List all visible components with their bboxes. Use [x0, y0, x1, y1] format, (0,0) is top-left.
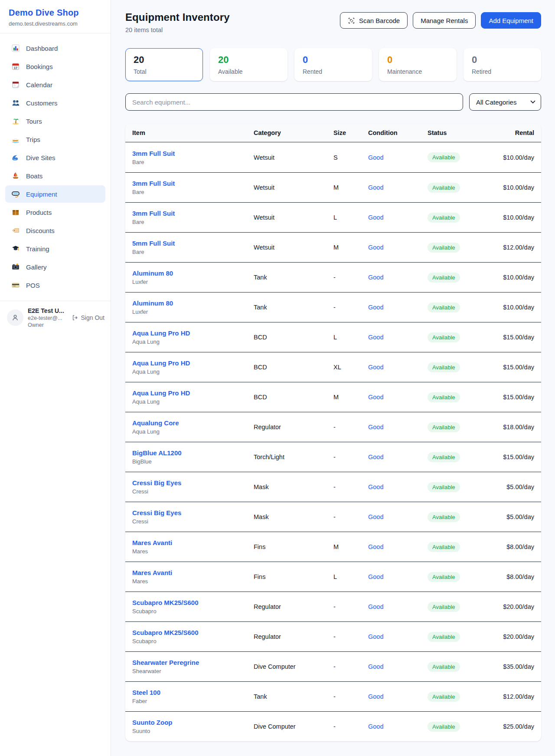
- sidebar-item-boats[interactable]: Boats: [5, 167, 105, 184]
- search-input[interactable]: [125, 93, 463, 111]
- stat-card-available[interactable]: 20Available: [210, 48, 287, 81]
- item-link[interactable]: Cressi Big Eyes: [132, 509, 181, 516]
- condition-link[interactable]: Good: [368, 633, 383, 640]
- user-name: E2E Test U...: [28, 307, 67, 314]
- condition-link[interactable]: Good: [368, 364, 383, 371]
- size-cell: -: [333, 274, 368, 281]
- condition-link[interactable]: Good: [368, 274, 383, 281]
- table-row: Steel 100FaberTank-GoodAvailable$12.00/d…: [125, 681, 541, 711]
- item-link[interactable]: Mares Avanti: [132, 569, 172, 576]
- table-row: 3mm Full SuitBareWetsuitSGoodAvailable$1…: [125, 142, 541, 172]
- item-brand: Faber: [132, 698, 254, 704]
- rental-price: $5.00/day: [497, 483, 534, 490]
- item-link[interactable]: Aqua Lung Pro HD: [132, 389, 190, 397]
- sidebar-item-label: Dive Sites: [26, 154, 56, 161]
- stat-label: Total: [134, 68, 195, 75]
- size-cell: M: [333, 244, 368, 251]
- sidebar-item-customers[interactable]: Customers: [5, 94, 105, 112]
- stat-card-maintenance[interactable]: 0Maintenance: [379, 48, 457, 81]
- size-cell: -: [333, 633, 368, 640]
- condition-link[interactable]: Good: [368, 483, 383, 490]
- sidebar-item-label: Boats: [26, 172, 42, 180]
- rental-price: $12.00/day: [497, 693, 534, 700]
- sidebar-item-bookings[interactable]: 17Bookings: [5, 58, 105, 75]
- table-row: Aqua Lung Pro HDAqua LungBCDLGoodAvailab…: [125, 322, 541, 352]
- dive-sites-wave-icon: [11, 153, 20, 162]
- item-link[interactable]: Aqualung Core: [132, 419, 179, 427]
- item-link[interactable]: 3mm Full Suit: [132, 180, 175, 187]
- condition-link[interactable]: Good: [368, 154, 383, 161]
- item-link[interactable]: Scubapro MK25/S600: [132, 599, 199, 606]
- sidebar-item-gallery[interactable]: Gallery: [5, 258, 105, 276]
- item-link[interactable]: Aqua Lung Pro HD: [132, 329, 190, 337]
- item-link[interactable]: Steel 100: [132, 689, 160, 696]
- condition-link[interactable]: Good: [368, 214, 383, 221]
- condition-link[interactable]: Good: [368, 394, 383, 401]
- item-brand: Luxfer: [132, 309, 254, 315]
- stat-label: Retired: [472, 68, 533, 75]
- item-link[interactable]: Mares Avanti: [132, 539, 172, 546]
- sidebar-item-trips[interactable]: Trips: [5, 131, 105, 148]
- rental-price: $25.00/day: [497, 723, 534, 730]
- table-row: 3mm Full SuitBareWetsuitLGoodAvailable$1…: [125, 202, 541, 232]
- user-role: Owner: [28, 322, 67, 328]
- tours-island-icon: [11, 117, 20, 125]
- size-cell: M: [333, 394, 368, 401]
- sidebar-item-dive-sites[interactable]: Dive Sites: [5, 149, 105, 166]
- item-link[interactable]: Cressi Big Eyes: [132, 479, 181, 486]
- rental-price: $15.00/day: [497, 334, 534, 341]
- dashboard-chart-icon: [11, 44, 20, 53]
- condition-link[interactable]: Good: [368, 603, 383, 610]
- category-cell: Tank: [254, 274, 333, 281]
- item-link[interactable]: Aluminum 80: [132, 270, 173, 277]
- sidebar-item-discounts[interactable]: Discounts: [5, 222, 105, 239]
- add-equipment-button[interactable]: Add Equipment: [481, 12, 541, 29]
- condition-link[interactable]: Good: [368, 244, 383, 251]
- condition-link[interactable]: Good: [368, 543, 383, 550]
- column-header-condition: Condition: [368, 129, 428, 136]
- scan-barcode-button[interactable]: Scan Barcode: [340, 12, 408, 29]
- sidebar-item-training[interactable]: Training: [5, 240, 105, 257]
- condition-link[interactable]: Good: [368, 304, 383, 311]
- item-link[interactable]: 3mm Full Suit: [132, 210, 175, 217]
- item-link[interactable]: 3mm Full Suit: [132, 150, 175, 157]
- item-link[interactable]: Suunto Zoop: [132, 719, 172, 726]
- condition-link[interactable]: Good: [368, 513, 383, 520]
- status-badge: Available: [428, 692, 460, 702]
- user-box: E2E Test U... e2e-tester@... Owner Sign …: [0, 301, 111, 334]
- item-link[interactable]: Aqua Lung Pro HD: [132, 359, 190, 367]
- sidebar-item-products[interactable]: Products: [5, 204, 105, 221]
- condition-link[interactable]: Good: [368, 334, 383, 341]
- condition-link[interactable]: Good: [368, 184, 383, 191]
- condition-link[interactable]: Good: [368, 693, 383, 700]
- stat-card-total[interactable]: 20Total: [125, 48, 203, 81]
- item-link[interactable]: Shearwater Peregrine: [132, 659, 199, 666]
- table-row: Cressi Big EyesCressiMask-GoodAvailable$…: [125, 502, 541, 532]
- manage-rentals-button[interactable]: Manage Rentals: [413, 12, 476, 29]
- sidebar-item-dashboard[interactable]: Dashboard: [5, 39, 105, 57]
- sidebar-item-tours[interactable]: Tours: [5, 112, 105, 130]
- rental-price: $8.00/day: [497, 543, 534, 550]
- item-link[interactable]: 5mm Full Suit: [132, 240, 175, 247]
- condition-link[interactable]: Good: [368, 424, 383, 431]
- stat-card-rented[interactable]: 0Rented: [294, 48, 372, 81]
- item-link[interactable]: Scubapro MK25/S600: [132, 629, 199, 636]
- item-link[interactable]: BigBlue AL1200: [132, 449, 182, 457]
- sign-out-button[interactable]: Sign Out: [72, 314, 104, 321]
- item-brand: Suunto: [132, 728, 254, 734]
- condition-link[interactable]: Good: [368, 723, 383, 730]
- stat-card-retired[interactable]: 0Retired: [464, 48, 541, 81]
- rental-price: $35.00/day: [497, 663, 534, 670]
- item-link[interactable]: Aluminum 80: [132, 299, 173, 307]
- condition-link[interactable]: Good: [368, 663, 383, 670]
- condition-link[interactable]: Good: [368, 573, 383, 580]
- sidebar-item-pos[interactable]: POS: [5, 276, 105, 294]
- category-select[interactable]: All Categories: [469, 93, 541, 111]
- sidebar-item-equipment[interactable]: Equipment: [5, 185, 105, 203]
- condition-link[interactable]: Good: [368, 454, 383, 460]
- table-row: Mares AvantiMaresFinsLGoodAvailable$8.00…: [125, 562, 541, 592]
- size-cell: -: [333, 693, 368, 700]
- size-cell: XL: [333, 364, 368, 371]
- sign-out-icon: [72, 314, 78, 321]
- sidebar-item-calendar[interactable]: Calendar: [5, 76, 105, 93]
